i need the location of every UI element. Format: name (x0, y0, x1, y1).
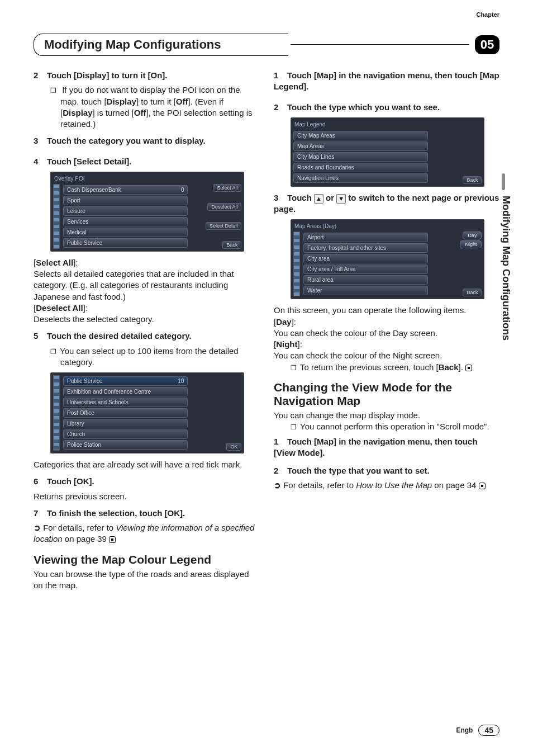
page-footer: Engb 45 (456, 725, 499, 736)
deselect-all-def: [Deselect All]: (34, 303, 259, 314)
down-arrow-icon: ▼ (336, 194, 346, 204)
night-button[interactable]: Night (460, 240, 482, 248)
fig2-caption: Categories that are already set will hav… (34, 459, 259, 470)
day-def: [Day]: (274, 316, 499, 328)
left-column: 2Touch [Display] to turn it [On]. If you… (34, 70, 259, 591)
day-button[interactable]: Day (463, 231, 482, 239)
deselect-all-button[interactable]: Deselect All (207, 203, 241, 211)
chapter-number-badge: 05 (475, 35, 499, 54)
rr-step-2-crossref: For details, refer to How to Use the Map… (274, 480, 499, 491)
title-band: Modifying Map Configurations 05 (34, 34, 499, 56)
step-5: 5Touch the desired detailed category. (34, 330, 259, 342)
scroll-stripe-icon (53, 184, 60, 249)
step-6: 6Touch [OK]. (34, 476, 259, 487)
up-arrow-icon: ▲ (314, 194, 323, 204)
scroll-stripe-icon (293, 231, 300, 296)
r-step-2: 2Touch the type which you want to see. (274, 102, 499, 113)
end-square-icon (109, 536, 116, 543)
view-mode-note: You cannot perform this operation in "Sc… (291, 421, 499, 432)
chapter-label: Chapter (476, 11, 499, 18)
page-title: Modifying Map Configurations (34, 34, 288, 56)
step-4: 4Touch [Select Detail]. (34, 156, 259, 167)
return-note: To return the previous screen, touch [Ba… (291, 362, 499, 373)
section-heading-colour-legend: Viewing the Map Colour Legend (34, 553, 259, 566)
footer-page-number: 45 (478, 725, 499, 736)
select-detail-button[interactable]: Select Detail (206, 222, 242, 230)
figure-public-service: Public Service10 Exhibition and Conferen… (50, 372, 244, 453)
r-step-3: 3Touch ▲ or ▼ to switch to the next page… (274, 192, 499, 215)
select-all-button[interactable]: Select All (213, 184, 241, 192)
step-5-note: You can select up to 100 items from the … (50, 346, 259, 368)
step-7: 7To finish the selection, touch [OK]. (34, 508, 259, 519)
back-button[interactable]: Back (222, 241, 241, 249)
section-heading-view-mode: Changing the View Mode for the Navigatio… (274, 381, 499, 408)
step-7-crossref: For details, refer to Viewing the inform… (34, 522, 259, 545)
back-button[interactable]: Back (463, 176, 482, 184)
rr-step-1: 1Touch [Map] in the navigation menu, the… (274, 436, 499, 459)
end-square-icon (465, 365, 472, 371)
figure-map-legend: Map Legend City Map Areas Map Areas City… (291, 117, 484, 187)
night-def: [Night]: (274, 339, 499, 350)
rr-step-2: 2Touch the type that you want to set. (274, 465, 499, 476)
side-tab (502, 173, 505, 190)
select-all-def: [Select All]: (34, 257, 259, 268)
step-2-note: If you do not want to display the POI ic… (50, 84, 259, 130)
back-button[interactable]: Back (463, 289, 482, 296)
figure-map-areas-day: Map Areas (Day) Airport Factory, hospita… (291, 219, 484, 299)
figure-overlay-poi: Overlay POI Cash Dispenser/Bank0 Sport L… (50, 172, 244, 252)
ok-button[interactable]: OK (226, 443, 241, 451)
right-column: 1Touch [Map] in the navigation menu, the… (274, 70, 499, 591)
r-step-1: 1Touch [Map] in the navigation menu, the… (274, 70, 499, 93)
side-section-label: Modifying Map Configurations (500, 196, 512, 341)
footer-lang: Engb (456, 726, 473, 734)
scroll-stripe-icon (53, 375, 60, 451)
end-square-icon (479, 483, 486, 489)
step-3: 3Touch the category you want to display. (34, 135, 259, 147)
step-2: 2Touch [Display] to turn it [On]. (34, 70, 259, 81)
